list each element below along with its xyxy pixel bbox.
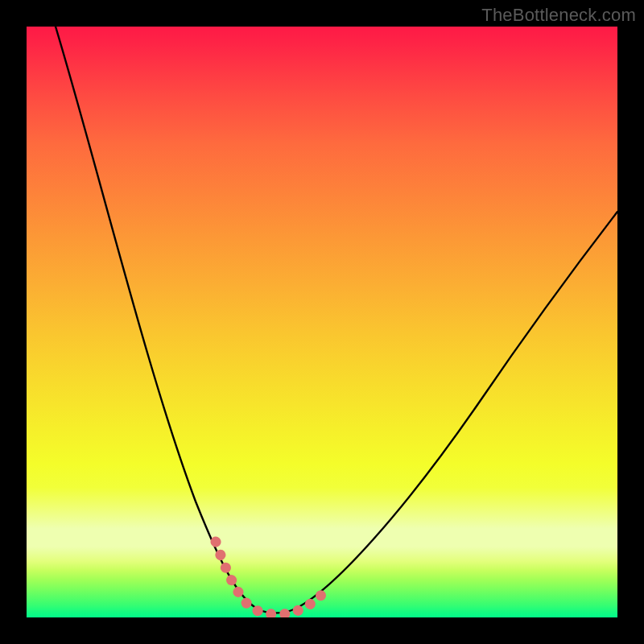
curve-layer [27, 27, 617, 617]
highlight-dots [216, 542, 326, 614]
chart-frame: TheBottleneck.com [0, 0, 644, 644]
bottleneck-curve [56, 27, 617, 613]
plot-area [27, 27, 617, 617]
watermark-text: TheBottleneck.com [481, 5, 636, 26]
